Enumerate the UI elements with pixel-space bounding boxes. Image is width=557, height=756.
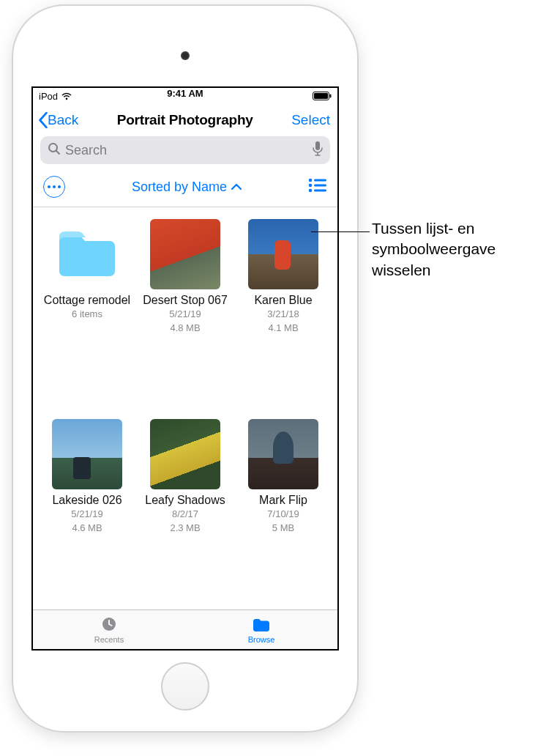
page-title: Portrait Photography: [78, 112, 291, 128]
chevron-up-icon: [231, 183, 242, 190]
sort-button[interactable]: Sorted by Name: [71, 179, 302, 195]
back-button[interactable]: Back: [37, 112, 78, 128]
folder-icon: [52, 219, 122, 289]
callout-leader-line: [311, 231, 370, 232]
svg-rect-14: [314, 190, 326, 192]
svg-rect-12: [314, 185, 326, 187]
item-name: Mark Flip: [236, 494, 330, 507]
sort-label-text: Sorted by Name: [132, 179, 227, 195]
item-size: 4.1 MB: [236, 322, 330, 335]
item-name: Desert Stop 067: [138, 294, 232, 307]
svg-point-9: [309, 179, 313, 182]
status-time: 9:41 AM: [167, 88, 203, 99]
folder-icon: [251, 615, 272, 634]
home-button[interactable]: [161, 662, 209, 711]
svg-line-4: [56, 151, 59, 154]
svg-point-6: [48, 185, 51, 188]
grid-item[interactable]: Mark Flip 7/10/19 5 MB: [236, 419, 330, 610]
item-date: 7/10/19: [236, 508, 330, 521]
more-button[interactable]: [43, 176, 65, 198]
image-thumbnail: [150, 219, 220, 289]
view-toggle-button[interactable]: [308, 178, 327, 196]
item-size: 5 MB: [236, 522, 330, 535]
search-icon: [48, 142, 61, 159]
grid-item[interactable]: Cottage remodel 6 items: [40, 219, 134, 410]
grid-item[interactable]: Karen Blue 3/21/18 4.1 MB: [236, 219, 330, 410]
item-size: 2.3 MB: [138, 522, 232, 535]
item-date: 5/21/19: [138, 308, 232, 321]
callout-text: Tussen lijst- en symboolweergave wissele…: [372, 218, 540, 281]
item-date: 8/2/17: [138, 508, 232, 521]
tab-label: Recents: [94, 635, 124, 644]
item-name: Leafy Shadows: [138, 494, 232, 507]
list-view-icon: [308, 178, 327, 193]
svg-point-7: [53, 185, 56, 188]
tab-recents[interactable]: Recents: [33, 610, 185, 649]
nav-bar: Back Portrait Photography Select: [33, 104, 337, 136]
item-name: Cottage remodel: [40, 294, 134, 307]
grid-item[interactable]: Lakeside 026 5/21/19 4.6 MB: [40, 419, 134, 610]
file-grid[interactable]: Cottage remodel 6 items Desert Stop 067 …: [33, 207, 337, 609]
sort-row: Sorted by Name: [33, 168, 337, 207]
tab-label: Browse: [248, 635, 275, 644]
grid-item[interactable]: Desert Stop 067 5/21/19 4.8 MB: [138, 219, 232, 410]
grid-item[interactable]: Leafy Shadows 8/2/17 2.3 MB: [138, 419, 232, 610]
image-thumbnail: [248, 219, 318, 289]
back-label: Back: [48, 112, 78, 128]
item-date: 5/21/19: [40, 508, 134, 521]
mic-icon[interactable]: [313, 141, 323, 160]
svg-rect-1: [314, 93, 328, 99]
item-name: Lakeside 026: [40, 494, 134, 507]
item-size: 4.6 MB: [40, 522, 134, 535]
svg-point-13: [309, 189, 313, 193]
tab-bar: Recents Browse: [33, 609, 337, 649]
svg-point-11: [309, 184, 313, 188]
item-meta: 6 items: [40, 308, 134, 321]
battery-icon: [313, 92, 332, 100]
screen: iPod 9:41 AM Back Portrait Photography S…: [31, 86, 339, 651]
item-size: 4.8 MB: [138, 322, 232, 335]
item-name: Karen Blue: [236, 294, 330, 307]
svg-rect-2: [330, 94, 332, 98]
search-wrap: Search: [33, 136, 337, 168]
image-thumbnail: [150, 419, 220, 489]
image-thumbnail: [52, 419, 122, 489]
device-frame: iPod 9:41 AM Back Portrait Photography S…: [13, 6, 357, 731]
search-input[interactable]: Search: [40, 136, 330, 164]
select-button[interactable]: Select: [291, 112, 333, 128]
clock-icon: [99, 615, 119, 634]
wifi-icon: [61, 92, 72, 100]
carrier-label: iPod: [39, 91, 58, 102]
device-camera: [181, 51, 190, 60]
tab-browse[interactable]: Browse: [185, 610, 337, 649]
ellipsis-icon: [48, 185, 61, 188]
svg-rect-5: [315, 141, 320, 150]
svg-rect-10: [314, 179, 326, 182]
search-placeholder: Search: [65, 143, 107, 158]
item-date: 3/21/18: [236, 308, 330, 321]
image-thumbnail: [248, 419, 318, 489]
svg-point-8: [58, 185, 61, 188]
